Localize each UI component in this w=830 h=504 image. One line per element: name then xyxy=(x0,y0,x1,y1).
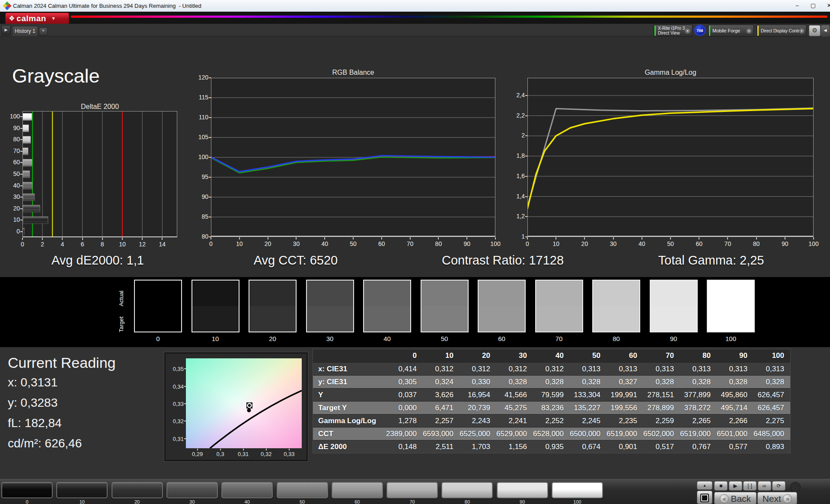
table-header-cell: 100 xyxy=(753,351,790,360)
table-row: CCT2389,0006593,0006525,0006529,0006528,… xyxy=(313,427,790,440)
gamma-ytick-label: 2,4 xyxy=(507,92,525,99)
pattern-level-label: 40 xyxy=(221,499,273,504)
cie-ytick-label: 0,34 xyxy=(168,383,184,390)
back-chevrons-icon: « xyxy=(720,494,729,503)
table-header-cell: 20 xyxy=(460,351,496,360)
play-button[interactable]: ▶ xyxy=(729,481,742,491)
page-title: Grayscale xyxy=(12,65,100,87)
meter-dropdown[interactable]: X-Rite i1Pro 3 Direct View ▼ xyxy=(654,25,693,37)
table-cell: 495,860 xyxy=(717,391,753,399)
stop-button[interactable]: ■ xyxy=(714,481,728,491)
pattern-level-label: 90 xyxy=(497,499,548,504)
collapse-panel-button[interactable]: ◀ xyxy=(821,25,830,36)
table-row: Gamma Log/Log1,2782,2572,2432,2412,2522,… xyxy=(313,414,790,427)
tab-bar: ▶ History 1 + X-Rite i1Pro 3 Direct View… xyxy=(0,24,830,36)
pattern-level-button-60[interactable] xyxy=(332,482,383,498)
continuous-icon: ∞ xyxy=(763,483,766,489)
deltae-xtick-label: 8 xyxy=(96,241,109,248)
calman-logo-text: calman xyxy=(16,14,46,23)
current-reading-line: x: 0,3131 xyxy=(8,376,57,389)
table-cell: 2,252 xyxy=(533,417,570,425)
source-dropdown[interactable]: Mobile Forge ▼ xyxy=(708,25,754,37)
stop-icon: ■ xyxy=(719,483,722,489)
swatch-level-label: 70 xyxy=(535,335,583,342)
next-chevrons-icon: » xyxy=(783,494,792,503)
settings-button[interactable]: ⚙ xyxy=(809,25,820,36)
status-indicator xyxy=(790,482,801,492)
swatch-level-label: 30 xyxy=(306,335,354,342)
pattern-level-button-40[interactable] xyxy=(221,482,273,498)
pattern-level-button-70[interactable] xyxy=(386,482,438,498)
table-cell: 0,893 xyxy=(753,443,790,451)
pattern-level-button-30[interactable] xyxy=(166,482,218,498)
table-header-row: 0102030405060708090100 xyxy=(313,349,790,362)
table-cell: 0,327 xyxy=(607,378,643,386)
table-row: Target Y0,0006,47120,73945,27583,236135,… xyxy=(313,401,790,414)
table-cell: 6485,000 xyxy=(753,430,790,438)
continuous-button[interactable]: ∞ xyxy=(758,481,771,491)
tab-scroll-left-button[interactable]: ▶ xyxy=(1,25,11,35)
swatch-target-half xyxy=(135,306,181,332)
table-cell: 6529,000 xyxy=(496,430,533,438)
table-cell: 0,577 xyxy=(717,443,753,451)
measurement-table: 0102030405060708090100x: CIE310,4140,312… xyxy=(313,349,791,453)
table-cell: 0,037 xyxy=(386,391,423,399)
tab-history-1[interactable]: History 1 xyxy=(12,26,38,37)
gamma-ytick-label: 1,2 xyxy=(507,213,525,220)
close-button[interactable]: ✕ xyxy=(822,0,830,11)
table-cell: 16,954 xyxy=(460,391,496,399)
gamma-xtick-label: 20 xyxy=(577,240,592,247)
grayscale-swatch-40 xyxy=(363,280,411,332)
add-tab-button[interactable]: + xyxy=(39,27,48,35)
swatch-actual-half xyxy=(593,281,639,306)
gamma-xtick-label: 90 xyxy=(778,240,792,247)
table-row-label: y: CIE31 xyxy=(313,378,386,386)
table-cell: 2,257 xyxy=(423,417,460,425)
cie-xtick-label: 0,33 xyxy=(281,451,297,457)
pattern-level-button-80[interactable] xyxy=(441,482,493,498)
rgb-xtick-label: 50 xyxy=(346,240,361,247)
rgb-plot xyxy=(211,78,495,237)
table-cell: 0,305 xyxy=(386,378,423,386)
table-cell: 133,304 xyxy=(570,391,607,399)
rgb-xtick-label: 60 xyxy=(374,240,389,247)
minimize-button[interactable]: – xyxy=(790,0,804,11)
play-icon: ▶ xyxy=(733,483,737,489)
pattern-level-button-10[interactable] xyxy=(56,482,108,498)
back-button-label: Back xyxy=(731,494,751,504)
table-cell: 0,312 xyxy=(533,365,570,373)
gamma-xtick-label: 100 xyxy=(806,240,821,247)
pattern-level-label: 20 xyxy=(112,499,163,504)
pattern-level-button-50[interactable] xyxy=(277,482,328,498)
table-cell: 0,312 xyxy=(460,365,496,373)
table-cell: 199,556 xyxy=(607,404,643,412)
measure-button[interactable]: [·] xyxy=(743,481,757,491)
pattern-level-button-0[interactable] xyxy=(1,482,53,498)
meter-id-badge[interactable]: 708 xyxy=(694,25,706,36)
rgb-xtick-label: 0 xyxy=(204,240,218,247)
swatch-target-half xyxy=(593,306,639,332)
display-control-dropdown[interactable]: Direct Display Control ▼ xyxy=(757,25,807,37)
expand-pattern-button[interactable]: ▲ xyxy=(697,481,712,490)
swatch-actual-half xyxy=(307,281,353,306)
rgb-ytick-label: 115 xyxy=(190,94,208,101)
maximize-button[interactable]: ▢ xyxy=(806,0,820,11)
pattern-level-button-100[interactable] xyxy=(552,482,603,498)
next-button[interactable]: Next » xyxy=(757,492,797,504)
avg-de2000-stat: Avg dE2000: 1,1 xyxy=(51,253,144,268)
deltae-xtick-label: 4 xyxy=(56,241,69,248)
rgb-ytick-label: 120 xyxy=(190,74,208,81)
refresh-button[interactable]: ⟳ xyxy=(772,481,785,491)
pattern-window-button[interactable] xyxy=(697,491,712,504)
table-cell: 0,328 xyxy=(496,378,533,386)
deltae-ytick-label: 50 xyxy=(3,170,20,177)
pattern-level-label: 0 xyxy=(1,499,53,504)
table-cell: 79,599 xyxy=(533,391,570,399)
grayscale-swatch-80 xyxy=(592,280,640,332)
app-icon xyxy=(3,2,11,10)
deltae-plot xyxy=(22,111,177,237)
pattern-level-button-90[interactable] xyxy=(497,482,548,498)
calman-menu-button[interactable]: ❖ calman ▼ xyxy=(5,13,69,24)
back-button[interactable]: « Back xyxy=(714,492,757,504)
pattern-level-button-20[interactable] xyxy=(112,482,163,498)
